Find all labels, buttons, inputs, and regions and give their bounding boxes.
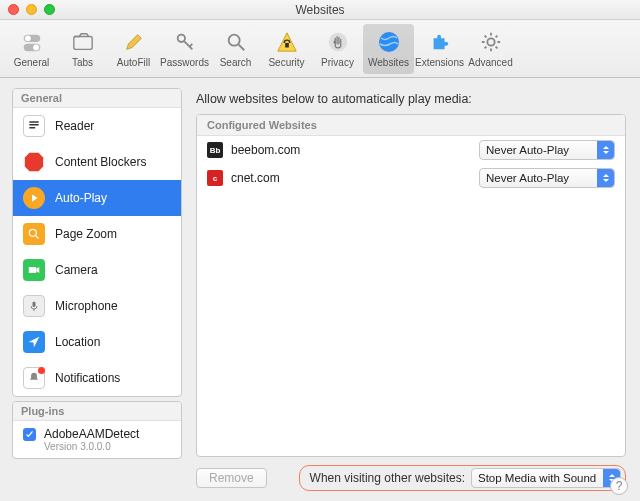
svg-rect-14: [29, 267, 37, 273]
help-button[interactable]: ?: [610, 477, 628, 495]
svg-rect-7: [285, 43, 289, 48]
favicon-icon: Bb: [207, 142, 223, 158]
sidebar-item-microphone[interactable]: Microphone: [13, 288, 181, 324]
tab-autofill[interactable]: AutoFill: [108, 24, 159, 74]
site-row[interactable]: c cnet.com Never Auto-Play: [197, 164, 625, 192]
sidebar-item-label: Microphone: [55, 299, 118, 313]
configured-websites-box: Configured Websites Bb beebom.com Never …: [196, 114, 626, 457]
tab-search[interactable]: Search: [210, 24, 261, 74]
sidebar-item-label: Page Zoom: [55, 227, 117, 241]
svg-marker-11: [25, 153, 43, 171]
sidebar-general-panel: General Reader Content Blockers Auto-Pla…: [12, 88, 182, 397]
lock-icon: [274, 29, 300, 55]
key-icon: [172, 29, 198, 55]
sidebar-plugins-panel: Plug-ins AdobeAAMDetect Version 3.0.0.0: [12, 401, 182, 459]
plugin-version: Version 3.0.0.0: [44, 441, 139, 452]
sidebar-item-auto-play[interactable]: Auto-Play: [13, 180, 181, 216]
play-icon: [23, 187, 45, 209]
window-title: Websites: [295, 3, 344, 17]
minimize-icon[interactable]: [26, 4, 37, 15]
sidebar-item-content-blockers[interactable]: Content Blockers: [13, 144, 181, 180]
zoom-icon: [23, 223, 45, 245]
tab-general[interactable]: General: [6, 24, 57, 74]
tabs-icon: [70, 29, 96, 55]
sidebar-item-label: Location: [55, 335, 100, 349]
notifications-icon: [23, 367, 45, 389]
other-websites-dropdown[interactable]: Stop Media with Sound: [471, 468, 621, 488]
sidebar-item-page-zoom[interactable]: Page Zoom: [13, 216, 181, 252]
sidebar-item-label: Notifications: [55, 371, 120, 385]
tab-security[interactable]: Security: [261, 24, 312, 74]
titlebar: Websites: [0, 0, 640, 20]
svg-point-10: [487, 38, 494, 45]
window-controls: [8, 4, 55, 15]
reader-icon: [23, 115, 45, 137]
close-icon[interactable]: [8, 4, 19, 15]
favicon-icon: c: [207, 170, 223, 186]
chevron-updown-icon: [597, 169, 614, 187]
microphone-icon: [23, 295, 45, 317]
sidebar-plugins-header: Plug-ins: [13, 402, 181, 421]
sidebar: General Reader Content Blockers Auto-Pla…: [0, 78, 182, 501]
main-panel: Allow websites below to automatically pl…: [182, 78, 640, 501]
site-row[interactable]: Bb beebom.com Never Auto-Play: [197, 136, 625, 164]
sidebar-item-label: Reader: [55, 119, 94, 133]
sidebar-item-reader[interactable]: Reader: [13, 108, 181, 144]
location-icon: [23, 331, 45, 353]
sidebar-item-label: Content Blockers: [55, 155, 146, 169]
search-icon: [223, 29, 249, 55]
switch-icon: [19, 29, 45, 55]
tab-passwords[interactable]: Passwords: [159, 24, 210, 74]
camera-icon: [23, 259, 45, 281]
svg-rect-16: [33, 302, 36, 308]
svg-point-5: [177, 35, 184, 42]
site-policy-dropdown[interactable]: Never Auto-Play: [479, 168, 615, 188]
svg-point-1: [24, 35, 30, 41]
hand-icon: [325, 29, 351, 55]
puzzle-icon: [427, 29, 453, 55]
tab-privacy[interactable]: Privacy: [312, 24, 363, 74]
stop-icon: [23, 151, 45, 173]
other-websites-label: When visiting other websites:: [310, 471, 465, 485]
globe-icon: [376, 29, 402, 55]
sidebar-item-notifications[interactable]: Notifications: [13, 360, 181, 396]
site-name: cnet.com: [231, 171, 479, 185]
sidebar-item-label: Auto-Play: [55, 191, 107, 205]
zoom-icon[interactable]: [44, 4, 55, 15]
sidebar-general-header: General: [13, 89, 181, 108]
other-websites-group: When visiting other websites: Stop Media…: [299, 465, 626, 491]
plugin-name: AdobeAAMDetect: [44, 427, 139, 441]
configured-websites-header: Configured Websites: [197, 115, 625, 136]
pencil-icon: [121, 29, 147, 55]
svg-point-13: [29, 229, 36, 236]
prefs-toolbar: General Tabs AutoFill Passwords Search S…: [0, 20, 640, 78]
svg-point-6: [228, 35, 239, 46]
checkbox-icon[interactable]: [23, 428, 36, 441]
tab-websites[interactable]: Websites: [363, 24, 414, 74]
svg-rect-4: [73, 37, 91, 50]
site-name: beebom.com: [231, 143, 479, 157]
content-area: General Reader Content Blockers Auto-Pla…: [0, 78, 640, 501]
tab-extensions[interactable]: Extensions: [414, 24, 465, 74]
gear-icon: [478, 29, 504, 55]
svg-marker-15: [36, 267, 39, 273]
site-policy-dropdown[interactable]: Never Auto-Play: [479, 140, 615, 160]
tab-tabs[interactable]: Tabs: [57, 24, 108, 74]
svg-marker-12: [32, 195, 38, 202]
tab-advanced[interactable]: Advanced: [465, 24, 516, 74]
remove-button[interactable]: Remove: [196, 468, 267, 488]
main-heading: Allow websites below to automatically pl…: [196, 92, 626, 106]
svg-point-3: [33, 45, 39, 51]
bottom-bar: Remove When visiting other websites: Sto…: [196, 465, 626, 491]
sidebar-item-location[interactable]: Location: [13, 324, 181, 360]
sidebar-item-camera[interactable]: Camera: [13, 252, 181, 288]
plugin-item[interactable]: AdobeAAMDetect Version 3.0.0.0: [13, 421, 181, 458]
chevron-updown-icon: [597, 141, 614, 159]
sidebar-item-label: Camera: [55, 263, 98, 277]
